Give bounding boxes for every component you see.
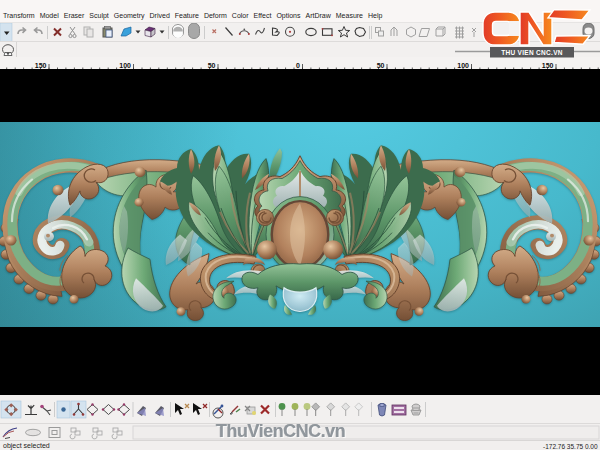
- svg-text:50: 50: [208, 62, 216, 69]
- svg-text:50: 50: [377, 62, 385, 69]
- svg-text:150: 150: [542, 62, 554, 69]
- svg-text:0: 0: [296, 62, 300, 69]
- svg-text:100: 100: [457, 62, 469, 69]
- svg-text:100: 100: [119, 62, 131, 69]
- svg-text:THU VIEN CNC.VN: THU VIEN CNC.VN: [501, 49, 563, 56]
- svg-text:150: 150: [35, 62, 47, 69]
